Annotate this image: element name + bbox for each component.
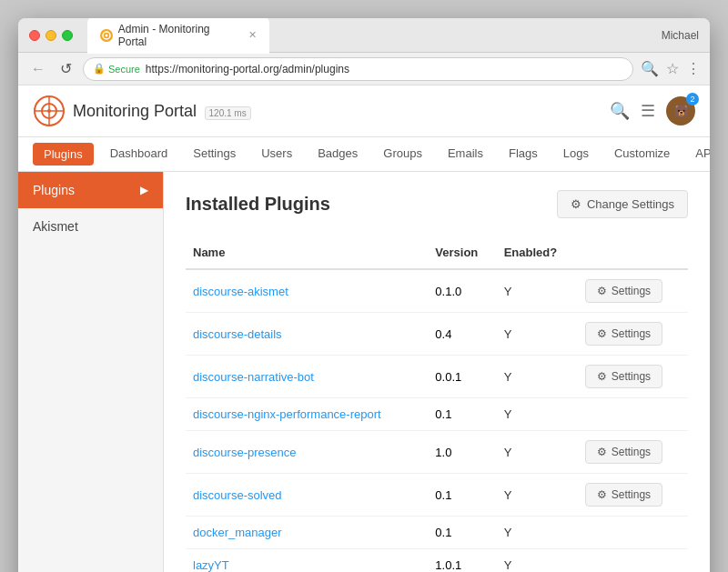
plugin-name-link[interactable]: docker_manager	[193, 526, 282, 539]
plugin-version: 0.1	[428, 398, 496, 431]
menu-icon[interactable]: ⋮	[686, 60, 701, 77]
page-title: Installed Plugins	[186, 194, 330, 215]
tab-badges[interactable]: Badges	[305, 137, 370, 171]
table-row: discourse-solved0.1Y⚙ Settings	[186, 474, 688, 517]
nav-tabs-container: DashboardSettingsUsersBadgesGroupsEmails…	[97, 137, 710, 171]
header-icons: 🔍 ☰ 🐻 2	[610, 96, 695, 125]
plugin-enabled: Y	[497, 313, 578, 356]
table-row: discourse-akismet0.1.0Y⚙ Settings	[186, 269, 688, 313]
back-button[interactable]: ←	[27, 59, 49, 79]
plugin-version: 0.1	[428, 474, 496, 517]
browser-tab-bar: Admin - Monitoring Portal ✕	[87, 18, 699, 54]
tab-users[interactable]: Users	[248, 137, 305, 171]
plugin-version: 0.1.0	[428, 269, 496, 313]
tab-settings[interactable]: Settings	[180, 137, 248, 171]
plugin-version: 1.0.1	[428, 549, 496, 573]
search-icon[interactable]: 🔍	[641, 60, 659, 77]
sidebar: Plugins ▶ Akismet	[18, 172, 164, 572]
secure-badge: 🔒 Secure	[93, 63, 140, 75]
search-header-icon[interactable]: 🔍	[610, 101, 630, 121]
browser-tab[interactable]: Admin - Monitoring Portal ✕	[87, 18, 269, 54]
tab-title: Admin - Monitoring Portal	[118, 23, 239, 48]
col-header-version: Version	[428, 236, 496, 269]
refresh-button[interactable]: ↺	[56, 58, 76, 79]
plugin-version: 0.4	[428, 313, 496, 356]
plugin-enabled: Y	[497, 474, 578, 517]
app-header: Monitoring Portal 120.1 ms 🔍 ☰ 🐻 2	[18, 85, 710, 137]
plugin-enabled: Y	[497, 269, 578, 313]
plugin-name-link[interactable]: discourse-narrative-bot	[193, 370, 314, 384]
close-button[interactable]	[29, 30, 40, 41]
hamburger-icon[interactable]: ☰	[641, 101, 655, 121]
gear-icon: ⚙	[571, 197, 581, 211]
plugin-settings-button[interactable]: ⚙ Settings	[585, 483, 662, 507]
tab-flags[interactable]: Flags	[496, 137, 551, 171]
maximize-button[interactable]	[62, 30, 73, 41]
gear-icon: ⚙	[597, 285, 607, 297]
address-bar-icons: 🔍 ☆ ⋮	[641, 60, 701, 77]
change-settings-button[interactable]: ⚙ Change Settings	[557, 190, 688, 218]
plugin-name-link[interactable]: discourse-akismet	[193, 285, 288, 298]
tab-groups[interactable]: Groups	[370, 137, 435, 171]
table-row: discourse-presence1.0Y⚙ Settings	[186, 431, 688, 474]
plugins-table: Name Version Enabled? discourse-akismet0…	[186, 236, 688, 572]
table-row: discourse-details0.4Y⚙ Settings	[186, 313, 688, 356]
col-header-enabled: Enabled?	[497, 236, 578, 269]
url-text: https://monitoring-portal.org/admin/plug…	[146, 63, 349, 75]
table-row: discourse-nginx-performance-report0.1Y	[186, 398, 688, 431]
chevron-right-icon: ▶	[140, 184, 148, 196]
gear-icon: ⚙	[597, 488, 607, 501]
plugin-settings-button[interactable]: ⚙ Settings	[585, 322, 662, 346]
plugin-settings-button[interactable]: ⚙ Settings	[585, 440, 662, 464]
plugin-enabled: Y	[497, 356, 578, 398]
url-bar[interactable]: 🔒 Secure https://monitoring-portal.org/a…	[83, 57, 633, 81]
plugin-version: 0.0.1	[428, 356, 496, 398]
browser-titlebar: Admin - Monitoring Portal ✕ Michael	[18, 18, 710, 53]
bookmark-icon[interactable]: ☆	[666, 60, 679, 77]
tab-plugins-active[interactable]: Plugins	[33, 143, 94, 166]
plugin-settings-button[interactable]: ⚙ Settings	[585, 365, 662, 388]
tab-favicon	[100, 29, 113, 42]
tab-customize[interactable]: Customize	[602, 137, 682, 171]
app-logo-area: Monitoring Portal 120.1 ms	[33, 95, 251, 127]
plugin-name-link[interactable]: discourse-nginx-performance-report	[193, 407, 381, 421]
gear-icon: ⚙	[597, 446, 607, 458]
timing-badge: 120.1 ms	[205, 106, 251, 120]
table-row: lazyYT1.0.1Y	[186, 549, 688, 573]
address-bar: ← ↺ 🔒 Secure https://monitoring-portal.o…	[18, 53, 710, 85]
plugin-enabled: Y	[497, 431, 578, 474]
plugin-version: 0.1	[428, 517, 496, 549]
table-row: docker_manager0.1Y	[186, 517, 688, 549]
plugin-name-link[interactable]: discourse-details	[193, 327, 282, 341]
plugin-settings-button[interactable]: ⚙ Settings	[585, 279, 662, 303]
plugin-version: 1.0	[428, 431, 496, 474]
app-content: Monitoring Portal 120.1 ms 🔍 ☰ 🐻 2 Plugi…	[18, 85, 710, 572]
content-area: Installed Plugins ⚙ Change Settings Name…	[164, 172, 710, 572]
browser-user-name: Michael	[662, 29, 699, 42]
plugins-tbody: discourse-akismet0.1.0Y⚙ Settingsdiscour…	[186, 269, 688, 572]
tab-close-icon[interactable]: ✕	[248, 29, 257, 41]
plugin-enabled: Y	[497, 517, 578, 549]
plugin-enabled: Y	[497, 398, 578, 431]
gear-icon: ⚙	[597, 327, 607, 340]
tab-logs[interactable]: Logs	[551, 137, 602, 171]
app-title: Monitoring Portal	[73, 102, 197, 120]
content-header: Installed Plugins ⚙ Change Settings	[186, 190, 688, 218]
minimize-button[interactable]	[46, 30, 56, 41]
avatar-wrapper: 🐻 2	[666, 96, 695, 125]
svg-point-1	[105, 34, 107, 36]
sidebar-item-plugins[interactable]: Plugins ▶	[18, 172, 163, 208]
sidebar-item-akismet[interactable]: Akismet	[18, 208, 163, 245]
plugin-name-link[interactable]: lazyYT	[193, 558, 229, 572]
table-header: Name Version Enabled?	[186, 236, 688, 269]
plugin-enabled: Y	[497, 549, 578, 573]
tab-emails[interactable]: Emails	[435, 137, 496, 171]
plugin-name-link[interactable]: discourse-solved	[193, 488, 282, 502]
tab-dashboard[interactable]: Dashboard	[97, 137, 181, 171]
app-logo-icon	[33, 95, 66, 127]
plugin-name-link[interactable]: discourse-presence	[193, 446, 296, 459]
col-header-actions	[578, 236, 688, 269]
traffic-lights	[29, 30, 73, 41]
main-layout: Plugins ▶ Akismet Installed Plugins ⚙ Ch…	[18, 172, 710, 572]
tab-api[interactable]: API	[682, 137, 710, 171]
